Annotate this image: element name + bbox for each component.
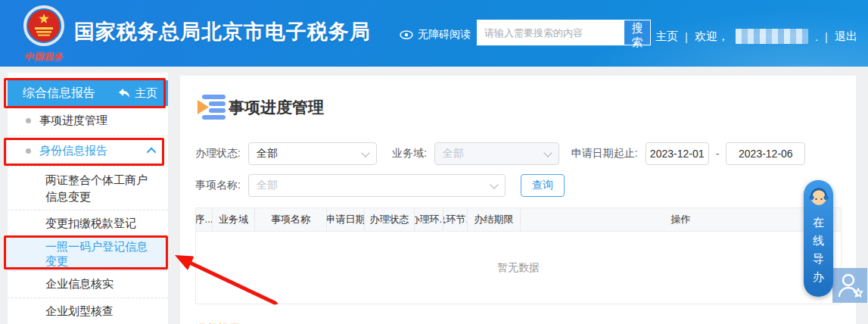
query-button[interactable]: 查询 xyxy=(521,174,565,197)
col-header-business-domain: 业务域 xyxy=(213,208,255,231)
logout-link[interactable]: 退出 xyxy=(835,30,857,44)
matter-name-value: 全部 xyxy=(257,179,278,192)
filter-row-1: 办理状态: 全部 业务域: 全部 申请日期起止: - xyxy=(195,142,841,165)
date-from-input[interactable] xyxy=(646,142,709,165)
sidebar-item-one-license-one-code-change[interactable]: 一照一码户登记信息变更 xyxy=(8,238,168,271)
filter-row-2: 事项名称: 全部 查询 xyxy=(195,174,841,197)
sidebar-item-enterprise-type-check[interactable]: 企业划型核查 xyxy=(8,298,168,324)
col-header-matter-name: 事项名称 xyxy=(255,208,327,231)
header-search: 搜索 xyxy=(477,20,651,45)
logo-caption: 中国税务 xyxy=(15,51,73,64)
domain-filter-label: 业务域: xyxy=(392,147,427,160)
sidebar-item-progress-management[interactable]: 事项进度管理 xyxy=(8,106,168,136)
sidebar-home-link[interactable]: 主页 xyxy=(118,86,157,101)
sidebar-item-enterprise-info-verify[interactable]: 企业信息核实 xyxy=(8,271,168,298)
sidebar-item-label: 企业信息核实 xyxy=(45,277,114,291)
member-floating-button[interactable] xyxy=(832,268,867,303)
person-star-icon xyxy=(832,268,867,303)
page-title: 事项进度管理 xyxy=(229,97,324,118)
col-header-status: 办理状态 xyxy=(365,208,415,231)
chevron-up-icon xyxy=(147,148,157,157)
bullet-icon xyxy=(26,118,31,123)
sidebar-item-label: 事项进度管理 xyxy=(39,114,107,128)
status-filter-label: 办理状态: xyxy=(195,147,241,160)
nav-divider: | xyxy=(685,30,688,43)
table-empty-state: 暂无数据 xyxy=(196,231,841,304)
col-header-total-steps: 总环节... xyxy=(443,208,468,231)
sidebar-item-label: 企业划型核查 xyxy=(45,304,114,319)
home-link[interactable]: 主页 xyxy=(655,30,678,44)
chevron-down-icon xyxy=(361,148,369,157)
welcome-suffix: . xyxy=(815,30,818,43)
header-nav: 主页 | 欢迎， . | 退出 xyxy=(655,29,857,44)
matter-name-select[interactable]: 全部 xyxy=(248,174,506,197)
domain-select[interactable]: 全部 xyxy=(434,142,559,165)
customer-service-avatar xyxy=(807,185,830,208)
domain-select-value: 全部 xyxy=(443,147,464,160)
col-header-apply-date: 申请日期 xyxy=(327,208,365,231)
chevron-down-icon xyxy=(543,148,552,157)
matter-name-label: 事项名称: xyxy=(195,179,241,192)
col-header-current-step: 办理环... xyxy=(415,208,443,231)
search-button[interactable]: 搜索 xyxy=(624,20,650,45)
online-guide-widget[interactable]: 在线导办 xyxy=(804,180,833,297)
results-table: 序... 业务域 事项名称 申请日期 办理状态 办理环... 总环节... 办结… xyxy=(195,207,842,304)
national-emblem-icon xyxy=(23,5,65,47)
masked-username xyxy=(736,29,808,44)
table-header-row: 序... 业务域 事项名称 申请日期 办理状态 办理环... 总环节... 办结… xyxy=(196,208,841,231)
empty-data-text: 暂无数据 xyxy=(497,261,540,275)
online-guide-label: 在线导办 xyxy=(813,213,825,286)
welcome-text: 欢迎， xyxy=(695,30,729,44)
page-title-row: 事项进度管理 xyxy=(195,92,841,123)
sidebar-home-label: 主页 xyxy=(135,86,157,101)
search-input[interactable] xyxy=(478,20,624,45)
sidebar-header: 综合信息报告 主页 xyxy=(8,80,168,106)
tax-bureau-logo: 中国税务 xyxy=(15,5,73,64)
status-select[interactable]: 全部 xyxy=(248,142,377,165)
sidebar-title: 综合信息报告 xyxy=(23,86,95,101)
date-range-separator: - xyxy=(716,148,720,160)
eye-icon xyxy=(400,30,413,39)
filter-form: 办理状态: 全部 业务域: 全部 申请日期起止: - 事项名称: 全部 查询 xyxy=(195,142,841,197)
chevron-down-icon xyxy=(490,180,498,188)
date-to-input[interactable] xyxy=(726,142,805,165)
sidebar: 综合信息报告 主页 事项进度管理 身份信息报告 两证整合个体工商户信息变更 变更… xyxy=(8,73,168,324)
back-arrow-icon xyxy=(118,88,130,98)
accessibility-link[interactable]: 无障碍阅读 xyxy=(400,28,471,42)
list-play-icon xyxy=(195,92,227,123)
col-header-deadline: 办结期限 xyxy=(468,208,521,231)
bullet-icon xyxy=(26,148,31,154)
main-panel: 事项进度管理 办理状态: 全部 业务域: 全部 申请日期起止: - 事项名称: … xyxy=(180,76,856,324)
status-select-value: 全部 xyxy=(257,147,278,160)
sidebar-item-label: 变更扣缴税款登记 xyxy=(45,217,136,231)
sidebar-item-withholding-change[interactable]: 变更扣缴税款登记 xyxy=(8,210,168,238)
col-header-index: 序... xyxy=(196,208,213,231)
sidebar-item-identity-info-report[interactable]: 身份信息报告 xyxy=(8,136,168,167)
top-header: 中国税务 国家税务总局北京市电子税务局 无障碍阅读 搜索 主页 | 欢迎， . … xyxy=(0,0,868,67)
sidebar-item-label: 一照一码户登记信息变更 xyxy=(45,240,157,269)
sidebar-item-two-cert-merge[interactable]: 两证整合个体工商户信息变更 xyxy=(8,167,168,210)
col-header-actions: 操作 xyxy=(521,208,841,231)
date-range-label: 申请日期起止: xyxy=(571,147,638,160)
nav-divider: | xyxy=(825,30,828,43)
site-title: 国家税务总局北京市电子税务局 xyxy=(74,18,371,45)
sidebar-item-label: 两证整合个体工商户信息变更 xyxy=(45,172,157,205)
accessibility-label: 无障碍阅读 xyxy=(418,28,471,42)
sidebar-item-label: 身份信息报告 xyxy=(39,144,107,158)
